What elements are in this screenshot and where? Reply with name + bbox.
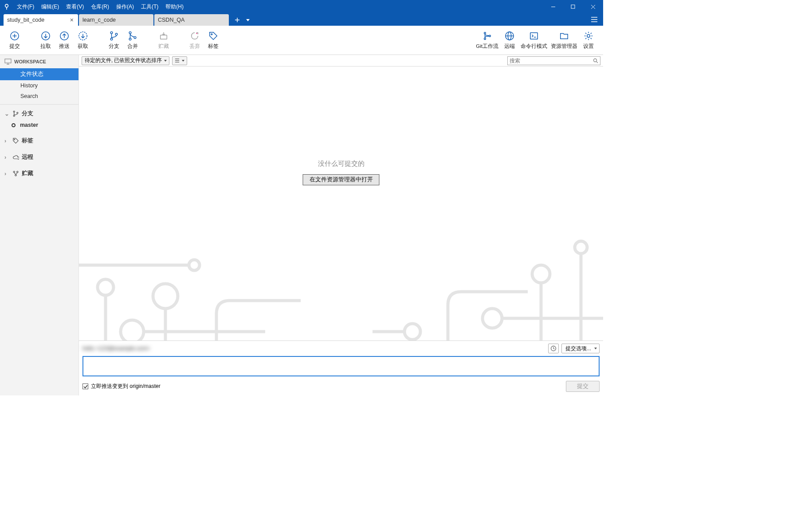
svg-point-21 [110, 31, 113, 34]
dropdown-label: 待定的文件, 已依照文件状态排序 [85, 57, 162, 64]
maximize-button[interactable] [563, 0, 583, 13]
tab-menu-caret[interactable] [244, 15, 252, 25]
sidebar-item-history[interactable]: History [0, 80, 78, 91]
settings-button[interactable]: 设置 [579, 28, 598, 53]
svg-rect-40 [5, 59, 11, 63]
fetch-icon [78, 31, 88, 41]
svg-point-44 [13, 115, 15, 117]
menu-file[interactable]: 文件(F) [13, 0, 38, 13]
commit-header: hello <123@example.com> 提交选项... [82, 344, 600, 353]
pull-icon [40, 31, 51, 41]
sidebar-item-file-status[interactable]: 文件状态 [0, 68, 78, 80]
svg-point-23 [115, 33, 118, 35]
section-label: 标签 [22, 137, 33, 145]
commit-button[interactable]: 提交 [5, 28, 24, 53]
terminal-button[interactable]: 命令行模式 [519, 28, 549, 53]
sidebar-section-tags[interactable]: › 标签 [0, 134, 78, 147]
remote-button[interactable]: 远端 [500, 28, 519, 53]
open-in-explorer-button[interactable]: 在文件资源管理器中打开 [303, 174, 380, 185]
tab-label: learn_c_code [82, 17, 116, 23]
chevron-right-icon: › [4, 154, 11, 160]
chevron-right-icon: › [4, 138, 11, 144]
commit-history-button[interactable] [548, 344, 559, 353]
chevron-right-icon: › [4, 171, 11, 177]
svg-point-59 [121, 320, 144, 340]
toolbar-label: 拉取 [40, 43, 51, 50]
toolbar-label: 远端 [504, 43, 515, 50]
push-immediately-checkbox[interactable] [82, 383, 88, 389]
menu-view[interactable]: 查看(V) [63, 0, 87, 13]
decorative-circuit-left [79, 172, 310, 340]
commit-options-dropdown[interactable]: 提交选项... [561, 344, 600, 353]
section-label: 远程 [22, 153, 33, 161]
tab-study-bit-code[interactable]: study_bit_code × [4, 14, 78, 26]
search-input[interactable] [510, 58, 593, 63]
tab-csdn-qa[interactable]: CSDN_QA [154, 14, 229, 26]
svg-point-25 [129, 38, 131, 40]
explorer-icon [559, 31, 569, 41]
commit-submit-button[interactable]: 提交 [566, 381, 600, 392]
menu-action[interactable]: 操作(A) [113, 0, 137, 13]
gitflow-button[interactable]: Git工作流 [474, 28, 500, 53]
tag-button[interactable]: 标签 [204, 28, 223, 53]
toolbar-label: 获取 [78, 43, 88, 50]
discard-button[interactable]: 丢弃 [185, 28, 204, 53]
sidebar-section-branches[interactable]: ⌄ 分支 [0, 107, 78, 120]
sidebar-section-stashes[interactable]: › 贮藏 [0, 167, 78, 180]
svg-point-68 [482, 309, 502, 328]
branch-master[interactable]: master [0, 120, 78, 130]
new-tab-button[interactable] [232, 15, 242, 25]
tag-icon [12, 137, 19, 144]
svg-point-71 [404, 324, 420, 340]
search-box[interactable] [507, 56, 600, 65]
merge-button[interactable]: 合并 [123, 28, 142, 53]
svg-point-49 [15, 175, 16, 176]
view-mode-dropdown[interactable] [172, 56, 187, 65]
pull-button[interactable]: 拉取 [36, 28, 55, 53]
tab-learn-c-code[interactable]: learn_c_code [79, 14, 153, 26]
svg-point-64 [575, 241, 587, 254]
sidebar-item-search[interactable]: Search [0, 91, 78, 102]
main-topbar: 待定的文件, 已依照文件状态排序 [79, 55, 603, 66]
branch-button[interactable]: 分支 [105, 28, 123, 53]
titlebar: 文件(F) 编辑(E) 查看(V) 仓库(R) 操作(A) 工具(T) 帮助(H… [0, 0, 603, 13]
toolbar-label: 命令行模式 [521, 43, 547, 50]
sidebar-section-remotes[interactable]: › 远程 [0, 151, 78, 164]
workspace-label: WORKSPACE [14, 59, 46, 64]
menu-repo[interactable]: 仓库(R) [87, 0, 113, 13]
menu-edit[interactable]: 编辑(E) [38, 0, 63, 13]
tab-label: CSDN_QA [158, 17, 184, 23]
main-content: 没什么可提交的 在文件资源管理器中打开 [79, 66, 603, 340]
hamburger-menu[interactable] [585, 13, 603, 26]
stash-button[interactable]: 贮藏 [154, 28, 173, 53]
explorer-button[interactable]: 资源管理器 [549, 28, 579, 53]
sidebar: WORKSPACE 文件状态 History Search ⌄ 分支 maste… [0, 55, 79, 395]
dropdown-label: 提交选项... [565, 345, 591, 352]
svg-rect-27 [161, 35, 167, 39]
toolbar: 提交 拉取 推送 获取 分支 合并 贮藏 丢弃 标签 Git工作流 远 [0, 26, 603, 55]
tab-label: study_bit_code [7, 17, 44, 23]
push-button[interactable]: 推送 [55, 28, 74, 53]
menu-tools[interactable]: 工具(T) [137, 0, 162, 13]
empty-message: 没什么可提交的 [318, 160, 365, 168]
current-branch-indicator [12, 123, 16, 127]
terminal-icon [529, 31, 539, 41]
commit-message-input[interactable] [82, 356, 600, 376]
svg-point-62 [189, 260, 200, 270]
minimize-button[interactable] [543, 0, 563, 13]
clock-icon [550, 345, 557, 352]
toolbar-label: 推送 [59, 43, 70, 50]
chevron-down-icon: ⌄ [4, 110, 11, 117]
tag-icon [208, 31, 219, 41]
fetch-button[interactable]: 获取 [74, 28, 92, 53]
toolbar-label: 贮藏 [158, 43, 169, 50]
menu-help[interactable]: 帮助(H) [162, 0, 187, 13]
cloud-icon [12, 154, 19, 160]
file-filter-dropdown[interactable]: 待定的文件, 已依照文件状态排序 [82, 56, 169, 65]
svg-rect-3 [571, 5, 575, 8]
toolbar-label: 提交 [9, 43, 20, 50]
close-button[interactable] [583, 0, 603, 13]
decorative-circuit-right [373, 172, 603, 340]
tab-close-icon[interactable]: × [69, 16, 75, 23]
branch-icon [12, 110, 19, 117]
